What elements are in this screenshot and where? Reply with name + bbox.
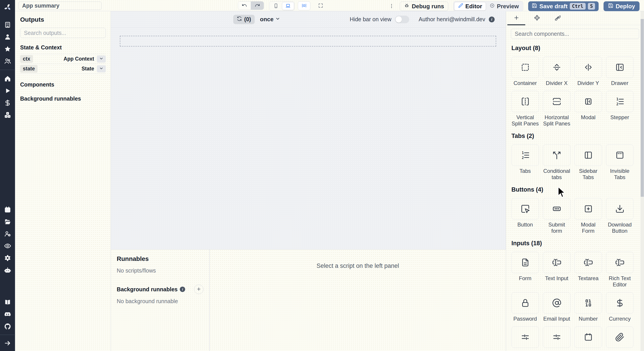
- sidebar-item-github[interactable]: [0, 322, 15, 330]
- component-password[interactable]: Password: [512, 292, 539, 322]
- component-button[interactable]: Button: [512, 198, 539, 234]
- sidebar-item-home[interactable]: [0, 75, 15, 82]
- sidebar-collapse-button[interactable]: [0, 339, 15, 347]
- component-section: Layout (8)ContainerDivider XDivider YDra…: [512, 45, 635, 127]
- scrollbar-thumb[interactable]: [641, 19, 644, 197]
- windmill-logo[interactable]: [3, 3, 12, 12]
- component-textarea[interactable]: Textarea: [574, 252, 602, 288]
- component-tabs[interactable]: 12Tabs: [512, 144, 539, 180]
- settings-icon: [4, 254, 11, 262]
- component-modal-form[interactable]: Modal Form: [574, 198, 602, 234]
- schedule-dropdown[interactable]: once: [260, 16, 280, 23]
- insert-component-tab[interactable]: [506, 11, 526, 25]
- component-slider[interactable]: Slider: [512, 326, 539, 351]
- chevron-down-icon: [99, 66, 104, 71]
- theme-tab[interactable]: [547, 11, 568, 25]
- redo-button[interactable]: [251, 1, 264, 10]
- sidebar-item-settings[interactable]: [0, 254, 15, 262]
- search-components-input[interactable]: [511, 28, 639, 39]
- component-modal[interactable]: Modal: [574, 91, 602, 127]
- component-email-input[interactable]: Email Input: [543, 292, 570, 322]
- component-sidebar-tabs[interactable]: Sidebar Tabs: [574, 144, 602, 180]
- save-draft-label: Save draft: [539, 3, 568, 10]
- app-canvas[interactable]: [111, 28, 506, 249]
- deploy-button[interactable]: Deploy: [604, 1, 640, 11]
- component-horizontal-split-panes[interactable]: Horizontal Split Panes: [543, 91, 570, 127]
- component-date[interactable]: Date: [574, 326, 602, 351]
- component-range[interactable]: Range: [543, 326, 570, 351]
- mobile-view-button[interactable]: [270, 2, 282, 10]
- component-currency[interactable]: Currency: [606, 292, 634, 322]
- text-cursor-icon: [615, 258, 624, 267]
- component-label: Conditional tabs: [543, 168, 570, 180]
- state-row[interactable]: state State: [20, 64, 106, 74]
- sidebar-item-calendar[interactable]: [0, 206, 15, 214]
- component-text-input[interactable]: Text Input: [543, 252, 570, 288]
- fullscreen-button[interactable]: [314, 1, 327, 10]
- component-section: Tabs (2)12TabsConditional tabsSidebar Ta…: [512, 132, 635, 180]
- component-drawer[interactable]: Drawer: [606, 56, 634, 86]
- hide-bar-toggle[interactable]: [395, 16, 409, 23]
- state-expand-button[interactable]: [97, 65, 106, 72]
- sidebar-item-discord[interactable]: [0, 310, 15, 318]
- component-label: Download Button: [606, 222, 634, 234]
- scrollbar[interactable]: [640, 11, 644, 351]
- component-download-button[interactable]: Download Button: [606, 198, 634, 234]
- play-icon: [4, 87, 11, 94]
- maximize-icon: [318, 3, 323, 9]
- preview-tab[interactable]: Preview: [486, 2, 522, 10]
- sidebar-item-book-open[interactable]: [0, 298, 15, 306]
- sidebar-item-play[interactable]: [0, 87, 15, 94]
- refresh-count-button[interactable]: (0): [233, 15, 255, 24]
- sidebar-item-user[interactable]: [0, 33, 15, 41]
- canvas-header: (0) once Hide bar on view Author henri@w…: [111, 11, 506, 28]
- sidebar-item-folder-open[interactable]: [0, 218, 15, 226]
- editor-label: Editor: [465, 3, 482, 10]
- undo-button[interactable]: [238, 1, 251, 10]
- ctx-expand-button[interactable]: [97, 56, 106, 62]
- ctx-row[interactable]: ctx App Context: [20, 54, 106, 64]
- component-number[interactable]: Number: [574, 292, 602, 322]
- component-vertical-split-panes[interactable]: Vertical Split Panes: [512, 91, 539, 127]
- app-summary-input[interactable]: [18, 2, 102, 10]
- sidebar-item-eye[interactable]: [0, 242, 15, 250]
- add-background-runnable-button[interactable]: [194, 284, 204, 294]
- search-outputs-input[interactable]: [20, 28, 106, 38]
- component-section-title: Layout (8): [512, 45, 635, 52]
- github-icon: [4, 323, 11, 330]
- sidebar-item-dollar[interactable]: [0, 99, 15, 107]
- component-invisible-tabs[interactable]: Invisible Tabs: [606, 144, 634, 180]
- info-icon[interactable]: i: [180, 286, 185, 292]
- info-icon[interactable]: i: [489, 16, 495, 22]
- component-drop-placeholder[interactable]: [120, 36, 496, 46]
- more-menu-button[interactable]: [388, 2, 395, 11]
- save-draft-button[interactable]: Save draft Ctrl S: [528, 1, 598, 11]
- component-label: Drawer: [606, 80, 634, 86]
- sidebar-item-star[interactable]: [0, 45, 15, 53]
- component-rich-text-editor[interactable]: Rich Text Editor: [606, 252, 634, 288]
- component-list-tab[interactable]: [526, 11, 547, 25]
- sidebar-item-user-cog[interactable]: [0, 230, 15, 238]
- center-canvas-button[interactable]: [298, 1, 310, 10]
- sidebar-item-bot[interactable]: [0, 266, 15, 274]
- component-divider-x[interactable]: Divider X: [543, 56, 570, 86]
- component-conditional-tabs[interactable]: Conditional tabs: [543, 144, 570, 180]
- sidebar-item-users[interactable]: [0, 57, 15, 65]
- component-divider-y[interactable]: Divider Y: [574, 56, 602, 86]
- canvas-column: (0) once Hide bar on view Author henri@w…: [111, 11, 506, 351]
- component-submit-form[interactable]: Submit form: [543, 198, 570, 234]
- debug-runs-button[interactable]: Debug runs: [400, 2, 448, 11]
- desktop-view-button[interactable]: [282, 2, 294, 10]
- schedule-label: once: [260, 16, 274, 23]
- sidebar-item-building[interactable]: [0, 21, 15, 28]
- sidebar-item-boxes[interactable]: [0, 111, 15, 119]
- component-form[interactable]: Form: [512, 252, 539, 288]
- component-container[interactable]: Container: [512, 56, 539, 86]
- svg-text:1: 1: [522, 151, 524, 155]
- background-runnables-title: Background runnables: [117, 286, 178, 293]
- component-stepper[interactable]: 12Stepper: [606, 91, 634, 127]
- outputs-panel: Outputs State & Context ctx App Context …: [15, 11, 111, 351]
- component-file-input[interactable]: File Input: [606, 326, 634, 351]
- editor-tab[interactable]: Editor: [454, 2, 486, 10]
- vertical-split-icon: [520, 97, 530, 106]
